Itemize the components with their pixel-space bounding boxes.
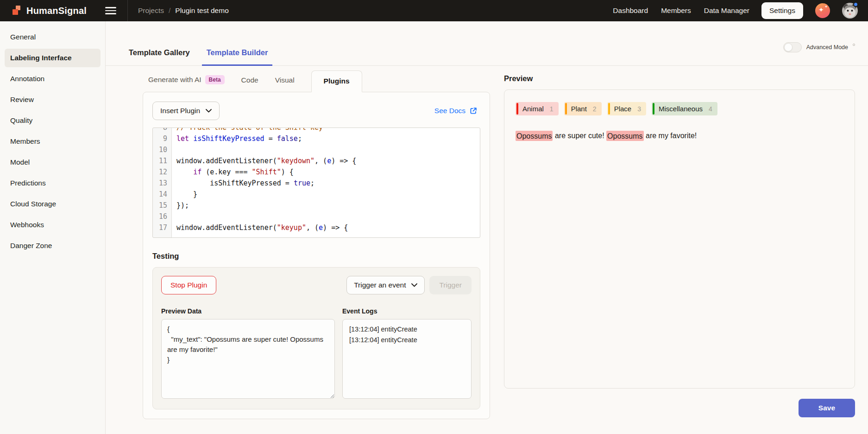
label-chip-plant[interactable]: Plant2 <box>564 102 602 115</box>
token-plain: (e.key === <box>201 168 252 176</box>
top-navbar: HumanSignal Projects / Plugin test demo … <box>0 0 868 21</box>
beta-badge: Beta <box>205 75 225 84</box>
code-line-9: 9let isShiftKeyPressed = false; <box>153 133 480 144</box>
navbar-links: DashboardMembersData Manager <box>613 6 749 15</box>
breadcrumb-current-project: Plugin test demo <box>175 6 228 15</box>
subtab-label-visual: Visual <box>275 76 295 84</box>
nav-link-members[interactable]: Members <box>661 6 691 15</box>
text-segment-4: are my favorite! <box>644 132 697 140</box>
label-chip-place[interactable]: Place3 <box>607 102 646 115</box>
token-plain: ) => { <box>331 157 356 165</box>
code-text-15: }); <box>171 200 189 211</box>
code-text-9: let isShiftKeyPressed = false; <box>171 133 302 144</box>
chip-count-place: 3 <box>637 105 641 113</box>
sidebar-item-model[interactable]: Model <box>5 153 101 172</box>
text-segment-2: are super cute! <box>553 132 606 140</box>
subtab-plugins[interactable]: Plugins <box>311 70 362 92</box>
subtab-label-generate-with-ai: Generate with AI <box>148 76 201 84</box>
highlighted-region-3[interactable]: Opossums <box>606 131 643 141</box>
line-number-17: 17 <box>153 222 171 233</box>
token-plain: }); <box>176 201 189 210</box>
testing-heading: Testing <box>152 252 480 261</box>
highlighted-region-1[interactable]: Opossums <box>516 131 553 141</box>
token-plain: window.addEventListener( <box>176 157 277 165</box>
trigger-event-label: Trigger an event <box>354 281 406 289</box>
tab-template-builder[interactable]: Template Builder <box>202 48 273 66</box>
line-number-13: 13 <box>153 178 171 189</box>
trigger-button[interactable]: Trigger <box>429 276 472 294</box>
token-plain <box>189 134 193 143</box>
line-number-10: 10 <box>153 144 171 155</box>
sidebar-item-labeling-interface[interactable]: Labeling Interface <box>5 49 101 67</box>
settings-sidebar: GeneralLabeling InterfaceAnnotationRevie… <box>0 21 106 434</box>
token-plain: , ( <box>314 157 327 165</box>
token-plain: isShiftKeyPressed = <box>176 179 294 187</box>
sidebar-item-predictions[interactable]: Predictions <box>5 174 101 192</box>
breadcrumb: Projects / Plugin test demo <box>127 0 229 21</box>
line-number-16: 16 <box>153 211 171 222</box>
hamburger-menu-icon[interactable] <box>105 7 116 14</box>
line-number-9: 9 <box>153 133 171 144</box>
chevron-down-icon <box>411 283 417 287</box>
token-plain: ) => { <box>323 223 348 232</box>
sidebar-item-members[interactable]: Members <box>5 132 101 151</box>
sidebar-item-danger-zone[interactable]: Danger Zone <box>5 236 101 255</box>
label-chip-miscellaneous[interactable]: Miscellaneous4 <box>652 102 717 115</box>
sidebar-nav: GeneralLabeling InterfaceAnnotationRevie… <box>5 28 101 255</box>
advanced-mode-info-icon <box>853 44 855 46</box>
token-plain: ; <box>298 134 302 143</box>
ai-sparkle-button[interactable]: ✦ ✦ <box>815 3 830 18</box>
stop-plugin-button[interactable]: Stop Plugin <box>161 276 216 294</box>
line-number-15: 15 <box>153 200 171 211</box>
preview-data-textarea[interactable]: { "my_text": "Opossums are super cute! O… <box>161 319 335 399</box>
sidebar-item-cloud-storage[interactable]: Cloud Storage <box>5 195 101 213</box>
code-text-8: // Track the state of the Shift key <box>171 128 323 133</box>
save-button[interactable]: Save <box>799 399 855 417</box>
annotated-text: Opossums are super cute! Opossums are my… <box>516 130 843 141</box>
token-string: "keydown" <box>277 157 314 165</box>
token-plain: ) { <box>281 168 294 176</box>
chip-label-animal: Animal <box>522 105 544 113</box>
subtab-code[interactable]: Code <box>241 76 258 92</box>
user-avatar[interactable] <box>842 3 858 19</box>
subtab-generate-with-ai[interactable]: Generate with AIBeta <box>148 75 225 92</box>
subtab-visual[interactable]: Visual <box>275 76 295 92</box>
humansignal-logo-icon <box>11 5 22 16</box>
sidebar-item-quality[interactable]: Quality <box>5 111 101 130</box>
event-logs-box: [13:12:04] entityCreate[13:12:04] entity… <box>342 319 472 399</box>
plugin-code-editor[interactable]: 8// Track the state of the Shift key9let… <box>152 128 480 238</box>
trigger-event-select[interactable]: Trigger an event <box>346 276 425 294</box>
chip-count-miscellaneous: 4 <box>709 105 712 113</box>
sidebar-item-general[interactable]: General <box>5 28 101 46</box>
testing-io: Preview Data { "my_text": "Opossums are … <box>161 307 472 401</box>
see-docs-link[interactable]: See Docs <box>434 107 478 115</box>
token-plain: } <box>176 190 197 198</box>
token-string: "keyup" <box>277 223 306 232</box>
token-keyword: if <box>193 168 201 176</box>
advanced-mode-toggle[interactable] <box>783 42 802 52</box>
code-text-13: isShiftKeyPressed = true; <box>171 178 314 189</box>
code-text-11: window.addEventListener("keydown", (e) =… <box>171 155 356 166</box>
sidebar-item-annotation[interactable]: Annotation <box>5 70 101 88</box>
token-keyword: let <box>176 134 189 143</box>
nav-link-dashboard[interactable]: Dashboard <box>613 6 648 15</box>
sidebar-item-webhooks[interactable]: Webhooks <box>5 216 101 234</box>
breadcrumb-projects[interactable]: Projects <box>138 6 164 15</box>
trigger-controls: Trigger an event Trigger <box>346 276 472 294</box>
tab-template-gallery[interactable]: Template Gallery <box>124 48 195 66</box>
code-line-11: 11window.addEventListener("keydown", (e)… <box>153 155 480 166</box>
chip-label-place: Place <box>614 105 632 113</box>
nav-link-data-manager[interactable]: Data Manager <box>704 6 749 15</box>
code-line-12: 12 if (e.key === "Shift") { <box>153 166 480 178</box>
token-def: e <box>319 223 323 232</box>
avatar-status-dot <box>853 2 858 7</box>
label-chip-animal[interactable]: Animal1 <box>516 102 559 115</box>
sidebar-item-review[interactable]: Review <box>5 90 101 109</box>
code-line-14: 14 } <box>153 189 480 200</box>
settings-button[interactable]: Settings <box>761 2 803 19</box>
chip-label-miscellaneous: Miscellaneous <box>659 105 703 113</box>
chevron-down-icon <box>206 109 212 113</box>
insert-plugin-button[interactable]: Insert Plugin <box>152 102 220 120</box>
preview-data-column: Preview Data { "my_text": "Opossums are … <box>161 307 335 401</box>
humansignal-logo[interactable]: HumanSignal <box>11 5 87 16</box>
